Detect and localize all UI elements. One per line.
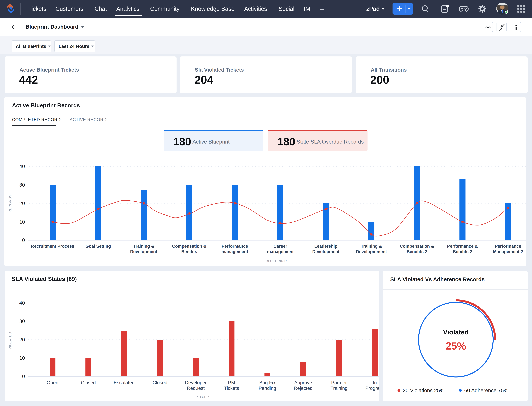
svg-text:Career: Career — [273, 244, 287, 249]
svg-text:Compensation &: Compensation & — [172, 244, 206, 249]
svg-text:Progress: Progress — [365, 385, 379, 391]
svg-text:0: 0 — [22, 374, 25, 379]
svg-text:Rejected: Rejected — [294, 385, 313, 391]
svg-text:30: 30 — [19, 182, 25, 188]
svg-text:Performance &: Performance & — [447, 244, 478, 249]
svg-text:Developmment: Developmment — [356, 249, 387, 254]
svg-text:10: 10 — [19, 219, 25, 225]
svg-text:Request: Request — [187, 385, 205, 391]
svg-text:Partner: Partner — [331, 380, 347, 385]
svg-text:20: 20 — [19, 337, 25, 342]
svg-text:Leadership: Leadership — [314, 244, 337, 249]
svg-text:Management 2: Management 2 — [493, 249, 523, 254]
svg-text:Benifits 2: Benifits 2 — [453, 249, 472, 254]
svg-text:Bug Fix: Bug Fix — [259, 380, 275, 385]
svg-text:Closed: Closed — [81, 380, 96, 385]
svg-text:management: management — [221, 249, 248, 254]
svg-text:10: 10 — [19, 355, 25, 361]
svg-text:Compensation &: Compensation & — [400, 244, 434, 249]
svg-text:Tickets: Tickets — [224, 385, 239, 391]
svg-text:Closed: Closed — [153, 380, 168, 385]
svg-text:Pending: Pending — [259, 385, 276, 391]
svg-text:Escalated: Escalated — [114, 380, 135, 385]
svg-text:Developer: Developer — [185, 380, 207, 385]
svg-text:Open: Open — [47, 380, 58, 385]
svg-text:Performance: Performance — [495, 244, 521, 249]
svg-text:Development: Development — [130, 249, 157, 254]
svg-text:Recruitment Process: Recruitment Process — [31, 244, 74, 249]
svg-text:BLUEPRINTS: BLUEPRINTS — [266, 259, 288, 263]
svg-text:0: 0 — [22, 237, 25, 243]
svg-text:Benifits: Benifits — [181, 249, 197, 254]
svg-text:In: In — [373, 380, 377, 385]
svg-text:20 Violations 25%: 20 Violations 25% — [403, 387, 444, 393]
svg-text:25%: 25% — [446, 340, 466, 352]
svg-text:Training &: Training & — [361, 244, 382, 249]
svg-text:Violated: Violated — [443, 328, 469, 336]
svg-text:Training: Training — [330, 385, 348, 391]
svg-text:management: management — [267, 249, 294, 254]
svg-text:Approve: Approve — [294, 380, 312, 385]
svg-text:20: 20 — [19, 201, 25, 206]
svg-text:VIOLATED: VIOLATED — [8, 332, 12, 349]
svg-text:RECORDS: RECORDS — [8, 195, 12, 212]
svg-text:40: 40 — [19, 164, 25, 169]
svg-text:40: 40 — [19, 300, 25, 306]
svg-text:STATES: STATES — [197, 395, 210, 399]
svg-text:Goal Setting: Goal Setting — [85, 244, 111, 249]
svg-text:30: 30 — [19, 319, 25, 324]
svg-text:PM: PM — [228, 380, 235, 385]
svg-text:Performance: Performance — [222, 244, 248, 249]
svg-text:60 Adherence 75%: 60 Adherence 75% — [464, 387, 509, 393]
svg-text:Benefits 2: Benefits 2 — [407, 249, 427, 254]
svg-text:Development: Development — [312, 249, 339, 254]
svg-text:Training &: Training & — [133, 244, 154, 249]
